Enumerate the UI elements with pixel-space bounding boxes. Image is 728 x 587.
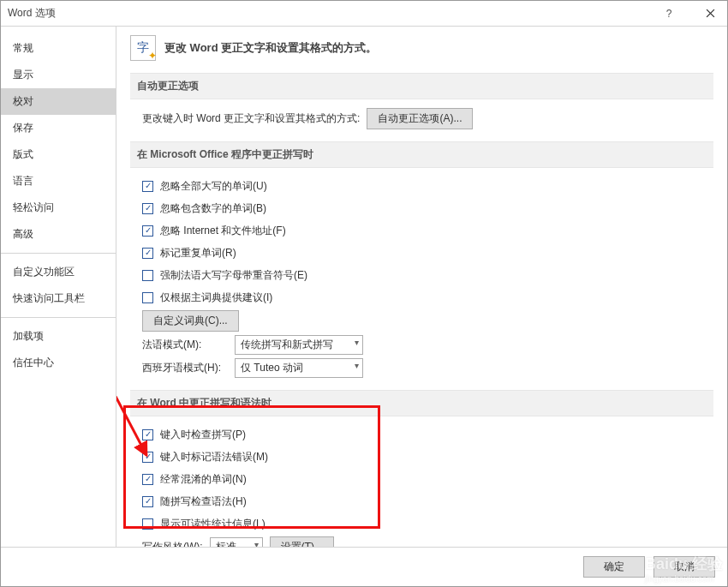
check-label: 忽略包含数字的单词(B) bbox=[160, 201, 266, 216]
sidebar-item-general[interactable]: 常规 bbox=[1, 35, 116, 62]
window-title: Word 选项 bbox=[8, 6, 659, 21]
check-label: 忽略 Internet 和文件地址(F) bbox=[160, 224, 286, 238]
check-label: 强制法语大写字母带重音符号(E) bbox=[160, 268, 307, 283]
autocorrect-options-button[interactable]: 自动更正选项(A)... bbox=[367, 108, 473, 129]
check-readability[interactable]: 显示可读性统计信息(L) bbox=[142, 517, 266, 531]
sidebar-item-proofing[interactable]: 校对 bbox=[1, 88, 116, 115]
check-label: 经常混淆的单词(N) bbox=[160, 472, 247, 487]
section-autocorrect-title: 自动更正选项 bbox=[130, 73, 713, 99]
proofing-icon: 字✦ bbox=[130, 35, 156, 61]
page-title: 更改 Word 更正文字和设置其格式的方式。 bbox=[164, 40, 377, 56]
check-main-dict-only[interactable]: 仅根据主词典提供建议(I) bbox=[142, 291, 272, 305]
check-ignore-uppercase[interactable]: 忽略全部大写的单词(U) bbox=[142, 179, 267, 194]
french-mode-label: 法语模式(M): bbox=[142, 338, 228, 352]
sidebar: 常规 显示 校对 保存 版式 语言 轻松访问 高级 自定义功能区 快速访问工具栏… bbox=[1, 27, 116, 547]
checkbox-icon bbox=[142, 474, 153, 485]
checkbox-icon bbox=[142, 225, 153, 237]
check-grammar-with-spell[interactable]: 随拼写检查语法(H) bbox=[142, 494, 247, 509]
checkbox-icon bbox=[142, 452, 153, 463]
french-mode-select[interactable]: 传统拼写和新式拼写 bbox=[235, 335, 363, 355]
sidebar-separator bbox=[1, 253, 116, 254]
check-french-accent[interactable]: 强制法语大写字母带重音符号(E) bbox=[142, 268, 307, 283]
word-options-dialog: Word 选项 ? 常规 显示 校对 保存 版式 语言 轻松访问 高级 自定义功… bbox=[0, 0, 728, 587]
content-pane: 字✦ 更改 Word 更正文字和设置其格式的方式。 自动更正选项 更改键入时 W… bbox=[116, 27, 727, 547]
sidebar-separator bbox=[1, 317, 116, 318]
checkbox-icon bbox=[142, 203, 153, 214]
checkbox-icon bbox=[142, 496, 153, 507]
check-spell-as-type[interactable]: 键入时检查拼写(P) bbox=[142, 428, 246, 442]
sidebar-item-advanced[interactable]: 高级 bbox=[1, 221, 116, 248]
check-label: 随拼写检查语法(H) bbox=[160, 494, 247, 509]
sidebar-item-customize-ribbon[interactable]: 自定义功能区 bbox=[1, 259, 116, 285]
ok-button[interactable]: 确定 bbox=[583, 556, 645, 578]
check-label: 仅根据主词典提供建议(I) bbox=[160, 291, 272, 305]
check-flag-repeated[interactable]: 标记重复单词(R) bbox=[142, 246, 236, 261]
check-label: 显示可读性统计信息(L) bbox=[160, 517, 266, 531]
checkbox-icon bbox=[142, 248, 153, 259]
checkbox-icon bbox=[142, 270, 153, 281]
check-grammar-as-type[interactable]: 键入时标记语法错误(M) bbox=[142, 450, 268, 464]
sidebar-item-display[interactable]: 显示 bbox=[1, 62, 116, 88]
autocorrect-desc: 更改键入时 Word 更正文字和设置其格式的方式: bbox=[142, 111, 360, 126]
checkbox-icon bbox=[142, 429, 153, 440]
check-confused-words[interactable]: 经常混淆的单词(N) bbox=[142, 472, 247, 487]
check-ignore-numbers[interactable]: 忽略包含数字的单词(B) bbox=[142, 201, 266, 216]
sidebar-item-save[interactable]: 保存 bbox=[1, 115, 116, 141]
titlebar: Word 选项 ? bbox=[1, 1, 727, 27]
sidebar-item-quick-access[interactable]: 快速访问工具栏 bbox=[1, 285, 116, 312]
check-label: 标记重复单词(R) bbox=[160, 246, 236, 261]
check-label: 键入时标记语法错误(M) bbox=[160, 450, 268, 464]
sidebar-item-ease[interactable]: 轻松访问 bbox=[1, 195, 116, 221]
writing-style-settings-button[interactable]: 设置(T)... bbox=[270, 536, 334, 547]
section-word-spell-title: 在 Word 中更正拼写和语法时 bbox=[130, 390, 713, 416]
sidebar-item-trust[interactable]: 信任中心 bbox=[1, 350, 116, 376]
writing-style-select[interactable]: 标准 bbox=[210, 537, 263, 547]
check-label: 键入时检查拼写(P) bbox=[160, 428, 246, 442]
checkbox-icon bbox=[142, 181, 153, 192]
checkbox-icon bbox=[142, 292, 153, 303]
custom-dict-button[interactable]: 自定义词典(C)... bbox=[142, 310, 239, 332]
check-label: 忽略全部大写的单词(U) bbox=[160, 179, 267, 194]
cancel-button[interactable]: 取消 bbox=[653, 556, 715, 578]
section-office-spell-title: 在 Microsoft Office 程序中更正拼写时 bbox=[130, 141, 713, 168]
spanish-mode-select[interactable]: 仅 Tuteo 动词 bbox=[235, 358, 363, 378]
check-ignore-internet[interactable]: 忽略 Internet 和文件地址(F) bbox=[142, 224, 286, 238]
writing-style-label: 写作风格(W): bbox=[142, 540, 203, 547]
dialog-button-bar: 确定 取消 Baidu 经验 jingyan.baidu.com bbox=[1, 547, 727, 586]
help-button[interactable]: ? bbox=[659, 3, 679, 24]
sidebar-item-language[interactable]: 语言 bbox=[1, 168, 116, 195]
sidebar-item-addins[interactable]: 加载项 bbox=[1, 323, 116, 350]
checkbox-icon bbox=[142, 518, 153, 530]
close-button[interactable] bbox=[700, 3, 720, 24]
sidebar-item-layout[interactable]: 版式 bbox=[1, 141, 116, 168]
spanish-mode-label: 西班牙语模式(H): bbox=[142, 361, 228, 375]
